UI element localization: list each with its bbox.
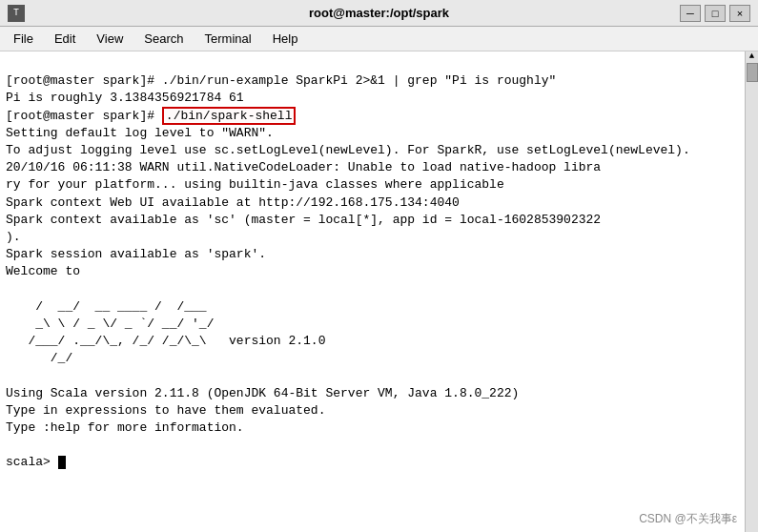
attribution: CSDN @不关我事ε: [635, 510, 741, 528]
scrollbar-thumb[interactable]: [747, 63, 758, 82]
maximize-button[interactable]: □: [705, 5, 726, 22]
window-controls: ─ □ ×: [680, 5, 750, 22]
highlighted-command: ./bin/spark-shell: [162, 107, 297, 125]
minimize-button[interactable]: ─: [680, 5, 701, 22]
line-1: [root@master spark]# ./bin/run-example S…: [6, 73, 690, 469]
close-button[interactable]: ×: [729, 5, 750, 22]
prompt: scala>: [6, 455, 66, 469]
terminal-content[interactable]: [root@master spark]# ./bin/run-example S…: [0, 51, 745, 532]
menu-edit[interactable]: Edit: [45, 30, 85, 48]
menu-bar: File Edit View Search Terminal Help: [0, 27, 758, 51]
title-bar: T root@master:/opt/spark ─ □ ×: [0, 0, 758, 27]
menu-view[interactable]: View: [87, 30, 133, 48]
scroll-up-arrow[interactable]: ▲: [749, 51, 754, 61]
menu-search[interactable]: Search: [134, 30, 193, 48]
window-title: root@master:/opt/spark: [309, 6, 449, 20]
cursor: [58, 456, 66, 469]
menu-file[interactable]: File: [4, 30, 43, 48]
scrollbar[interactable]: ▲: [745, 51, 758, 532]
terminal: [root@master spark]# ./bin/run-example S…: [0, 51, 758, 532]
menu-help[interactable]: Help: [263, 30, 308, 48]
menu-terminal[interactable]: Terminal: [195, 30, 261, 48]
app-icon: T: [8, 5, 25, 22]
